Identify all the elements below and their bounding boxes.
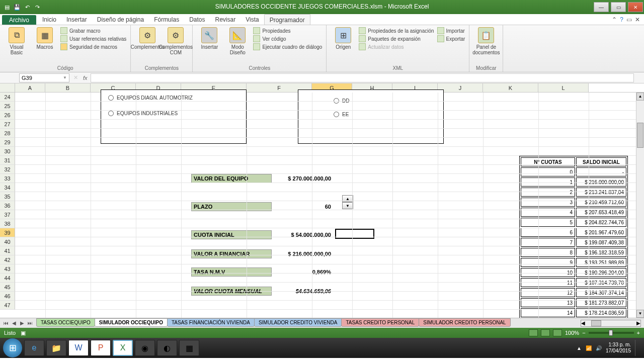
taskbar-powerpoint-icon[interactable]: P	[91, 340, 111, 356]
show-desktop-button[interactable]	[635, 340, 639, 356]
seguridad-macros-button[interactable]: Seguridad de macros	[60, 43, 126, 50]
prop-asignacion-button[interactable]: Propiedades de la asignación	[359, 27, 434, 34]
origen-button[interactable]: ⊞Origen	[331, 27, 356, 50]
ejecutar-dialogo-button[interactable]: Ejecutar cuadro de diálogo	[253, 43, 322, 50]
row-header-26[interactable]: 26	[0, 111, 15, 120]
exportar-button[interactable]: Exportar	[437, 35, 465, 42]
zoom-in-icon[interactable]: +	[637, 330, 640, 336]
zoom-out-icon[interactable]: −	[582, 330, 585, 336]
scroll-up-icon[interactable]: ▲	[636, 93, 644, 101]
cancel-formula-icon[interactable]: ✕	[71, 74, 80, 81]
row-header-27[interactable]: 27	[0, 120, 15, 129]
window-close-icon[interactable]: ✕	[635, 16, 640, 23]
file-tab[interactable]: Archivo	[2, 15, 36, 25]
taskbar-app-icon[interactable]: ▦	[179, 340, 199, 356]
tab-vista[interactable]: Vista	[240, 14, 264, 25]
row-header-33[interactable]: 33	[0, 174, 15, 183]
panel-documentos-button[interactable]: 📋Panel de documentos	[473, 27, 499, 55]
col-header-K[interactable]: K	[483, 83, 538, 92]
tab-formulas[interactable]: Fórmulas	[149, 14, 184, 25]
modo-diseno-button[interactable]: 📐Modo Diseño	[225, 27, 250, 55]
row-header-25[interactable]: 25	[0, 102, 15, 111]
fx-icon[interactable]: fx	[80, 75, 91, 81]
row-header-30[interactable]: 30	[0, 147, 15, 156]
tray-clock[interactable]: 1:33 p. m.17/04/2015	[606, 342, 631, 354]
redo-icon[interactable]: ↷	[33, 3, 41, 11]
tab-datos[interactable]: Datos	[184, 14, 210, 25]
macro-record-icon[interactable]: ▣	[21, 330, 26, 336]
row-header-31[interactable]: 31	[0, 156, 15, 165]
sheet-tab-3[interactable]: SIMULADOR CREDITO VIVIENDA	[254, 318, 342, 327]
taskbar-explorer-icon[interactable]: 📁	[46, 340, 66, 356]
row-header-35[interactable]: 35	[0, 192, 15, 201]
sheet-tab-5[interactable]: SIMULADOR CREDITO PERSONAL	[419, 318, 510, 327]
horizontal-scrollbar[interactable]: ◀▶	[581, 320, 641, 327]
row-header-44[interactable]: 44	[0, 274, 15, 283]
zoom-slider[interactable]	[589, 332, 634, 334]
propiedades-button[interactable]: Propiedades	[253, 27, 322, 34]
complementos-com-button[interactable]: ⚙Complementos COM	[163, 27, 188, 55]
vertical-scrollbar[interactable]: ▲ ▼	[636, 93, 644, 318]
window-restore-icon[interactable]: ▭	[626, 16, 632, 23]
view-layout-icon[interactable]	[541, 329, 550, 336]
row-header-46[interactable]: 46	[0, 292, 15, 301]
row-header-24[interactable]: 24	[0, 93, 15, 102]
row-header-38[interactable]: 38	[0, 219, 15, 228]
maximize-button[interactable]: ▭	[611, 2, 626, 12]
col-header-L[interactable]: L	[538, 83, 589, 92]
row-header-29[interactable]: 29	[0, 138, 15, 147]
row-header-36[interactable]: 36	[0, 201, 15, 210]
visual-basic-button[interactable]: ⧉Visual Basic	[4, 27, 29, 55]
view-normal-icon[interactable]	[529, 329, 538, 336]
sheet-tab-2[interactable]: TASAS FINANCIACIÓN VIVIENDA	[167, 318, 255, 327]
cell-grid[interactable]: EQUIPOS DIAGN. AUTOMOTRIZ EQUIPOS INDUST…	[15, 93, 636, 318]
macros-button[interactable]: ▦Macros	[32, 27, 57, 50]
tab-nav-prev-icon[interactable]: ◀	[10, 320, 18, 326]
paquetes-expansion-button[interactable]: Paquetes de expansión	[359, 35, 434, 42]
tab-nav-last-icon[interactable]: ⏭	[26, 320, 34, 326]
name-box[interactable]: G39▼	[19, 73, 69, 82]
col-header-A[interactable]: A	[15, 83, 45, 92]
tray-network-icon[interactable]: 📶	[586, 345, 592, 351]
row-header-32[interactable]: 32	[0, 165, 15, 174]
complementos-button[interactable]: ⚙Complementos	[135, 27, 160, 50]
row-header-47[interactable]: 47	[0, 301, 15, 310]
row-header-39[interactable]: 39	[0, 228, 15, 237]
minimize-ribbon-icon[interactable]: ⌃	[612, 16, 617, 23]
sheet-tab-0[interactable]: TASAS OCCIEQUIPO	[36, 318, 95, 327]
help-icon[interactable]: ?	[620, 16, 623, 23]
col-header-B[interactable]: B	[45, 83, 91, 92]
sheet-tab-1[interactable]: SIMULADOR OCCIEQUIPO	[95, 318, 168, 327]
tab-inicio[interactable]: Inicio	[37, 14, 61, 25]
view-pagebreak-icon[interactable]	[553, 329, 562, 336]
row-header-37[interactable]: 37	[0, 210, 15, 219]
select-all-corner[interactable]	[0, 83, 15, 92]
row-header-40[interactable]: 40	[0, 237, 15, 246]
row-header-45[interactable]: 45	[0, 283, 15, 292]
importar-button[interactable]: Importar	[437, 27, 465, 34]
taskbar-media-icon[interactable]: ◉	[135, 340, 155, 356]
taskbar-chrome-icon[interactable]: ◐	[157, 340, 177, 356]
row-header-28[interactable]: 28	[0, 129, 15, 138]
tray-flag-icon[interactable]: ▲	[577, 345, 582, 351]
tab-insertar[interactable]: Insertar	[61, 14, 92, 25]
minimize-button[interactable]: —	[594, 2, 609, 12]
formula-bar[interactable]	[91, 73, 634, 82]
taskbar-excel-icon[interactable]: X	[113, 340, 133, 356]
tab-nav-first-icon[interactable]: ⏮	[2, 320, 10, 326]
actualizar-datos-button[interactable]: Actualizar datos	[359, 43, 434, 50]
tab-diseno[interactable]: Diseño de página	[92, 14, 149, 25]
grabar-macro-button[interactable]: Grabar macro	[60, 27, 126, 34]
tab-nav-next-icon[interactable]: ▶	[18, 320, 26, 326]
scroll-down-icon[interactable]: ▼	[636, 310, 644, 318]
insertar-control-button[interactable]: 🔧Insertar	[197, 27, 222, 50]
tab-programador[interactable]: Programador	[264, 14, 310, 25]
undo-icon[interactable]: ↶	[23, 3, 31, 11]
row-header-43[interactable]: 43	[0, 264, 15, 274]
taskbar-ie-icon[interactable]: e	[24, 340, 44, 356]
usar-referencias-button[interactable]: Usar referencias relativas	[60, 35, 126, 42]
ver-codigo-button[interactable]: Ver código	[253, 35, 322, 42]
col-header-J[interactable]: J	[438, 83, 483, 92]
start-button[interactable]: ⊞	[3, 338, 22, 357]
close-button[interactable]: ✕	[628, 2, 643, 12]
